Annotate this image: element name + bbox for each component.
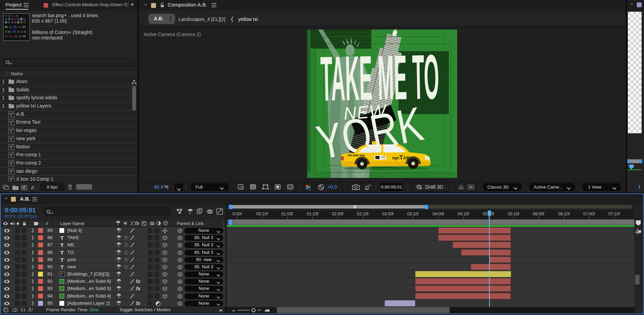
svg-text:NEW: NEW	[343, 101, 388, 124]
svg-text:fx: fx	[135, 221, 140, 226]
svg-text:fx: fx	[136, 301, 141, 306]
svg-text:fx: fx	[136, 279, 141, 284]
svg-text:555-5555 3043: 555-5555 3043	[348, 154, 365, 157]
svg-text:fx: fx	[136, 286, 141, 291]
svg-text:2 7L: 2 7L	[356, 158, 361, 161]
